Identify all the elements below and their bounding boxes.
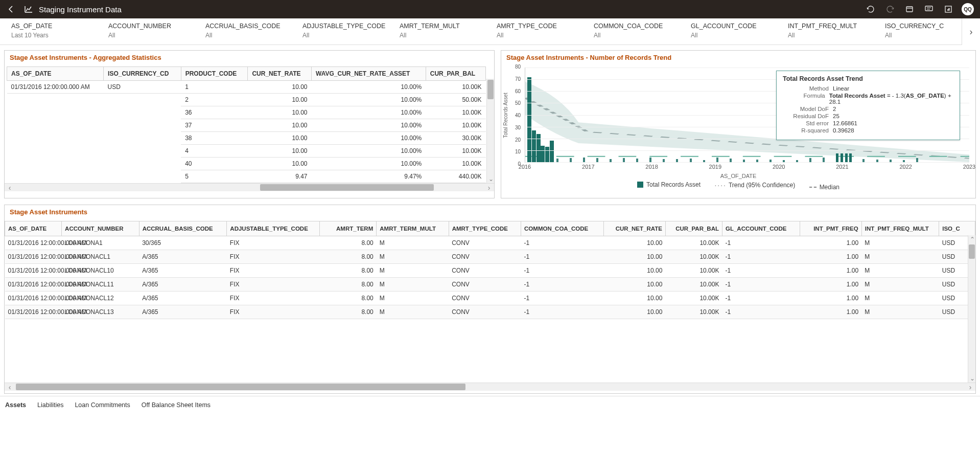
refresh-button[interactable]: [903, 3, 916, 15]
chart-bar[interactable]: [532, 130, 536, 162]
agg-col-cur_net_rate[interactable]: CUR_NET_RATE: [248, 67, 312, 81]
chart-bar[interactable]: [583, 158, 585, 162]
table-row[interactable]: 01/31/2016 12:00:00.000 AMLOANCONACL11A/…: [5, 278, 975, 292]
agg-hscroll-right[interactable]: ›: [484, 184, 494, 192]
table-row[interactable]: 01/31/2016 12:00:00.000 AMUSD110.0010.00…: [7, 81, 486, 94]
xtick: 2020: [773, 164, 785, 170]
detail-hscroll[interactable]: ‹ ›: [5, 383, 975, 391]
chart-bar[interactable]: [550, 141, 554, 162]
chart-bar[interactable]: [690, 159, 692, 162]
agg-vscroll-thumb[interactable]: [487, 80, 494, 99]
detail-col-gl_account_code[interactable]: GL_ACCOUNT_CODE: [722, 221, 800, 236]
table-row[interactable]: 3710.0010.00%10.00K: [7, 119, 486, 132]
agg-col-as_of_date[interactable]: AS_OF_DATE: [7, 67, 104, 81]
filter-amrt_term_mult[interactable]: AMRT_TERM_MULTAll: [400, 23, 497, 44]
filter-int_pmt_freq_mult[interactable]: INT_PMT_FREQ_MULTAll: [788, 23, 885, 44]
table-row[interactable]: 01/31/2016 12:00:00.000 AMLOANCONACL13A/…: [5, 305, 975, 319]
undo-button[interactable]: [865, 3, 877, 15]
table-row[interactable]: 4010.0010.00%10.00K: [7, 158, 486, 170]
chart-bar[interactable]: [823, 158, 825, 162]
agg-col-wavg_cur_net_rate_asset[interactable]: WAVG_CUR_NET_RATE_ASSET: [312, 67, 426, 81]
agg-table: AS_OF_DATEISO_CURRENCY_CDPRODUCT_CODECUR…: [7, 66, 486, 183]
table-row[interactable]: 01/31/2016 12:00:00.000 AMLOANCONACL10A/…: [5, 264, 975, 278]
agg-hscroll-thumb[interactable]: [260, 184, 434, 191]
tab-assets[interactable]: Assets: [5, 401, 26, 411]
chart-bar[interactable]: [636, 159, 638, 162]
filter-common_coa_code[interactable]: COMMON_COA_CODEAll: [594, 23, 691, 44]
filter-adjustable_type_code[interactable]: ADJUSTABLE_TYPE_CODEAll: [302, 23, 400, 44]
filter-as_of_date[interactable]: AS_OF_DATELast 10 Years: [11, 23, 108, 44]
detail-col-cur_net_rate[interactable]: CUR_NET_RATE: [603, 221, 665, 236]
tab-off-balance-sheet-items[interactable]: Off Balance Sheet Items: [142, 401, 211, 411]
legend-trend[interactable]: ····Trend (95% Confidence): [714, 181, 795, 189]
filter-scroll-right[interactable]: ›: [962, 18, 980, 45]
agg-hscroll-left[interactable]: ‹: [5, 184, 15, 192]
table-row[interactable]: 3610.0010.00%10.00K: [7, 106, 486, 119]
legend-bars[interactable]: Total Records Asset: [637, 181, 701, 188]
filter-account_number[interactable]: ACCOUNT_NUMBERAll: [108, 23, 205, 44]
chart-bar[interactable]: [916, 158, 918, 162]
chart-bar[interactable]: [809, 158, 811, 162]
chart-bar[interactable]: [570, 158, 572, 162]
detail-col-common_coa_code[interactable]: COMMON_COA_CODE: [521, 221, 604, 236]
detail-vscroll-down[interactable]: ⌄: [968, 374, 975, 383]
legend-median[interactable]: Median: [809, 184, 839, 191]
table-row[interactable]: 01/31/2016 12:00:00.000 AMLOANCONA130/36…: [5, 236, 975, 250]
export-button[interactable]: [942, 3, 954, 15]
table-row[interactable]: 3810.0010.00%30.00K: [7, 132, 486, 145]
tab-loan-commitments[interactable]: Loan Commitments: [75, 401, 130, 411]
chart-bar[interactable]: [527, 77, 531, 163]
detail-hscroll-right[interactable]: ›: [965, 383, 975, 391]
detail-vscroll-thumb[interactable]: [969, 244, 975, 259]
chart-bar[interactable]: [556, 159, 558, 162]
detail-hscroll-left[interactable]: ‹: [5, 383, 15, 391]
trend-chart[interactable]: Total Records Asset 01020304050607080 74…: [501, 66, 975, 179]
back-button[interactable]: [6, 4, 16, 14]
agg-hscroll[interactable]: ‹ ›: [5, 183, 494, 191]
chart-bar[interactable]: [730, 159, 732, 162]
tooltip-row: MethodLinear: [783, 85, 953, 92]
table-row[interactable]: 01/31/2016 12:00:00.000 AMLOANCONACL1A/3…: [5, 250, 975, 264]
detail-col-adjustable_type_code[interactable]: ADJUSTABLE_TYPE_CODE: [227, 221, 320, 236]
chart-bar[interactable]: [845, 153, 848, 162]
chart-bar[interactable]: [596, 158, 598, 162]
table-row[interactable]: 210.0010.00%50.00K: [7, 94, 486, 106]
chart-bar[interactable]: [623, 158, 625, 162]
redo-button[interactable]: [884, 3, 896, 15]
table-row[interactable]: 410.0010.00%10.00K: [7, 145, 486, 158]
detail-col-account_number[interactable]: ACCOUNT_NUMBER: [62, 221, 139, 236]
detail-col-int_pmt_freq[interactable]: INT_PMT_FREQ: [800, 221, 861, 236]
detail-col-amrt_term[interactable]: AMRT_TERM: [320, 221, 377, 236]
chart-bar[interactable]: [545, 147, 549, 162]
tab-liabilities[interactable]: Liabilities: [37, 401, 63, 411]
detail-col-cur_par_bal[interactable]: CUR_PAR_BAL: [665, 221, 722, 236]
table-row[interactable]: 01/31/2016 12:00:00.000 AMLOANCONACL12A/…: [5, 292, 975, 305]
detail-col-int_pmt_freq_mult[interactable]: INT_PMT_FREQ_MULT: [861, 221, 939, 236]
detail-vscroll-up[interactable]: ⌃: [968, 235, 975, 243]
tooltip-row: FormulaTotal Records Asset = - 1.3(AS_OF…: [783, 93, 953, 105]
table-row[interactable]: 59.479.47%440.00K: [7, 170, 486, 183]
detail-vscroll[interactable]: ⌃ ⌄: [968, 235, 975, 383]
filter-gl_account_code[interactable]: GL_ACCOUNT_CODEAll: [691, 23, 788, 44]
chart-bar[interactable]: [841, 153, 843, 162]
chart-bar[interactable]: [849, 153, 852, 162]
agg-vscroll[interactable]: ⌄: [486, 79, 494, 183]
chart-bar[interactable]: [716, 158, 718, 162]
chart-bar[interactable]: [541, 146, 545, 162]
detail-col-iso_c[interactable]: ISO_C: [939, 221, 975, 236]
detail-hscroll-thumb[interactable]: [16, 384, 465, 390]
filter-amrt_type_code[interactable]: AMRT_TYPE_CODEAll: [497, 23, 594, 44]
agg-vscroll-down[interactable]: ⌄: [487, 175, 494, 183]
detail-col-amrt_type_code[interactable]: AMRT_TYPE_CODE: [449, 221, 521, 236]
detail-col-as_of_date[interactable]: AS_OF_DATE: [5, 221, 62, 236]
user-avatar[interactable]: QQ: [962, 3, 974, 15]
comment-button[interactable]: [923, 3, 935, 15]
detail-col-accrual_basis_code[interactable]: ACCRUAL_BASIS_CODE: [139, 221, 227, 236]
chart-bar[interactable]: [836, 153, 838, 162]
chart-bar[interactable]: [649, 158, 651, 162]
detail-col-amrt_term_mult[interactable]: AMRT_TERM_MULT: [377, 221, 449, 236]
agg-col-cur_par_bal[interactable]: CUR_PAR_BAL: [426, 67, 485, 81]
agg-col-product_code[interactable]: PRODUCT_CODE: [181, 67, 248, 81]
agg-col-iso_currency_cd[interactable]: ISO_CURRENCY_CD: [104, 67, 181, 81]
filter-accrual_basis_code[interactable]: ACCRUAL_BASIS_CODEAll: [205, 23, 302, 44]
